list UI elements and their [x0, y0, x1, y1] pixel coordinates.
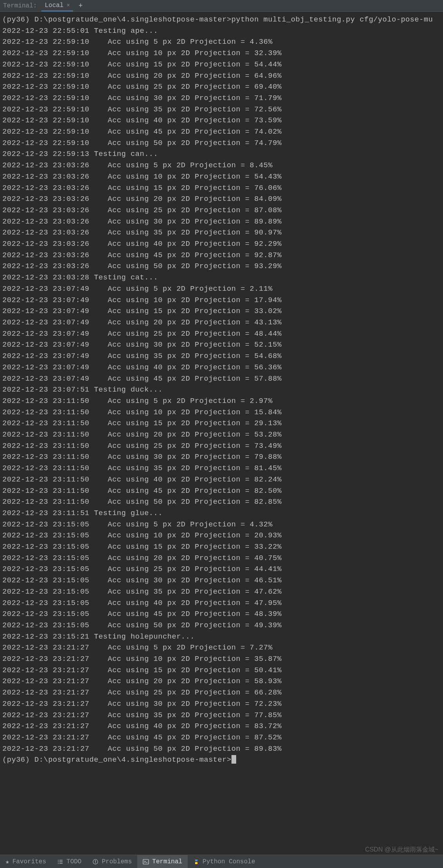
svg-rect-1	[95, 860, 96, 862]
output-line: 2022-12-23 23:15:05 Acc using 25 px 2D P…	[2, 564, 442, 575]
terminal-icon	[143, 859, 149, 865]
output-line: 2022-12-23 22:59:10 Acc using 15 px 2D P…	[2, 59, 442, 70]
output-line: 2022-12-23 23:07:49 Acc using 15 px 2D P…	[2, 306, 442, 317]
tab-python-console[interactable]: Python Console	[188, 855, 260, 868]
output-line: 2022-12-23 23:21:27 Acc using 10 px 2D P…	[2, 653, 442, 665]
output-line: 2022-12-23 23:03:26 Acc using 50 px 2D P…	[2, 261, 442, 272]
output-line: 2022-12-23 23:21:27 Acc using 5 px 2D Pr…	[2, 642, 442, 653]
terminal-tab-local[interactable]: Local ×	[41, 0, 73, 11]
close-icon[interactable]: ×	[66, 2, 70, 9]
output-line: 2022-12-23 23:11:50 Acc using 25 px 2D P…	[2, 440, 442, 452]
output-line: 2022-12-23 23:11:50 Acc using 5 px 2D Pr…	[2, 396, 442, 407]
new-tab-button[interactable]: +	[73, 2, 88, 10]
output-line: 2022-12-23 23:11:50 Acc using 45 px 2D P…	[2, 485, 442, 497]
output-line: 2022-12-23 23:07:49 Acc using 30 px 2D P…	[2, 339, 442, 351]
output-line: 2022-12-23 23:11:50 Acc using 40 px 2D P…	[2, 474, 442, 485]
output-line: 2022-12-23 23:03:28 Testing cat...	[2, 272, 442, 283]
output-line: 2022-12-23 23:03:26 Acc using 15 px 2D P…	[2, 183, 442, 194]
output-line: 2022-12-23 22:59:10 Acc using 50 px 2D P…	[2, 138, 442, 149]
output-line: 2022-12-23 23:07:49 Acc using 40 px 2D P…	[2, 362, 442, 373]
output-line: 2022-12-23 23:07:49 Acc using 35 px 2D P…	[2, 351, 442, 362]
output-line: 2022-12-23 23:15:05 Acc using 45 px 2D P…	[2, 608, 442, 620]
output-line: 2022-12-23 23:21:27 Acc using 40 px 2D P…	[2, 721, 442, 732]
prompt-line[interactable]: (py36) D:\postgratude_one\4.singleshotpo…	[2, 754, 442, 766]
output-line: 2022-12-23 22:59:13 Testing can...	[2, 149, 442, 160]
output-line: 2022-12-23 22:59:10 Acc using 35 px 2D P…	[2, 104, 442, 115]
output-line: 2022-12-23 22:59:10 Acc using 30 px 2D P…	[2, 93, 442, 104]
output-line: 2022-12-23 23:21:27 Acc using 50 px 2D P…	[2, 743, 442, 755]
output-line: 2022-12-23 22:59:10 Acc using 25 px 2D P…	[2, 81, 442, 93]
output-line: 2022-12-23 23:11:50 Acc using 15 px 2D P…	[2, 418, 442, 429]
output-line: 2022-12-23 23:15:05 Acc using 40 px 2D P…	[2, 598, 442, 609]
star-icon: ★	[5, 858, 9, 866]
output-line: 2022-12-23 23:11:50 Acc using 35 px 2D P…	[2, 463, 442, 474]
output-line: 2022-12-23 22:59:10 Acc using 40 px 2D P…	[2, 115, 442, 126]
output-line: 2022-12-23 23:21:27 Acc using 45 px 2D P…	[2, 732, 442, 743]
tab-label: Problems	[102, 858, 132, 865]
output-line: 2022-12-23 22:59:10 Acc using 10 px 2D P…	[2, 48, 442, 59]
svg-rect-2	[95, 863, 96, 863]
output-line: 2022-12-23 23:15:05 Acc using 15 px 2D P…	[2, 541, 442, 553]
output-line: 2022-12-23 23:15:05 Acc using 35 px 2D P…	[2, 586, 442, 598]
tab-label: Local	[45, 2, 63, 9]
output-line: 2022-12-23 23:07:49 Acc using 10 px 2D P…	[2, 295, 442, 306]
output-line: 2022-12-23 23:15:05 Acc using 50 px 2D P…	[2, 620, 442, 631]
bottom-tool-bar: ★ Favorites TODO Problems Terminal Pytho…	[0, 855, 443, 868]
output-line: 2022-12-23 22:59:10 Acc using 5 px 2D Pr…	[2, 36, 442, 48]
tab-label: TODO	[66, 858, 81, 865]
output-line: 2022-12-23 23:03:26 Acc using 20 px 2D P…	[2, 193, 442, 205]
output-line: 2022-12-23 23:15:05 Acc using 30 px 2D P…	[2, 575, 442, 586]
output-line: 2022-12-23 23:03:26 Acc using 25 px 2D P…	[2, 205, 442, 216]
output-line: 2022-12-23 23:11:50 Acc using 10 px 2D P…	[2, 407, 442, 418]
tab-label: Terminal	[152, 858, 182, 865]
terminal-output[interactable]: (py36) D:\postgratude_one\4.singleshotpo…	[0, 12, 443, 766]
watermark: CSDN @从此烟雨落金城~	[365, 846, 438, 854]
output-line: 2022-12-23 23:21:27 Acc using 25 px 2D P…	[2, 687, 442, 698]
output-line: 2022-12-23 23:11:50 Acc using 50 px 2D P…	[2, 496, 442, 508]
output-line: 2022-12-23 23:21:27 Acc using 20 px 2D P…	[2, 676, 442, 687]
output-line: 2022-12-23 23:03:26 Acc using 5 px 2D Pr…	[2, 160, 442, 171]
output-line: 2022-12-23 23:07:49 Acc using 5 px 2D Pr…	[2, 283, 442, 295]
output-line: 2022-12-23 23:15:05 Acc using 10 px 2D P…	[2, 530, 442, 541]
tab-problems[interactable]: Problems	[87, 855, 137, 868]
tab-label: Favorites	[13, 858, 46, 865]
output-line: 2022-12-23 23:21:27 Acc using 15 px 2D P…	[2, 665, 442, 676]
output-line: 2022-12-23 23:15:05 Acc using 5 px 2D Pr…	[2, 519, 442, 530]
output-line: 2022-12-23 23:15:21 Testing holepuncher.…	[2, 631, 442, 642]
output-line: 2022-12-23 22:55:01 Testing ape...	[2, 25, 442, 37]
output-line: 2022-12-23 22:59:10 Acc using 45 px 2D P…	[2, 126, 442, 138]
output-line: 2022-12-23 23:03:26 Acc using 10 px 2D P…	[2, 171, 442, 183]
output-line: 2022-12-23 23:03:26 Acc using 30 px 2D P…	[2, 216, 442, 227]
output-line: 2022-12-23 22:59:10 Acc using 20 px 2D P…	[2, 70, 442, 82]
output-line: 2022-12-23 23:03:26 Acc using 40 px 2D P…	[2, 238, 442, 250]
output-line: 2022-12-23 23:21:27 Acc using 35 px 2D P…	[2, 710, 442, 721]
cursor-icon	[231, 755, 236, 764]
tab-terminal[interactable]: Terminal	[137, 855, 188, 868]
output-line: 2022-12-23 23:07:51 Testing duck...	[2, 384, 442, 396]
warning-icon	[92, 859, 99, 865]
tab-todo[interactable]: TODO	[52, 855, 87, 868]
output-line: 2022-12-23 23:11:50 Acc using 30 px 2D P…	[2, 451, 442, 463]
output-line: 2022-12-23 23:15:05 Acc using 20 px 2D P…	[2, 553, 442, 564]
output-line: 2022-12-23 23:07:49 Acc using 25 px 2D P…	[2, 328, 442, 340]
output-line: 2022-12-23 23:21:27 Acc using 30 px 2D P…	[2, 698, 442, 710]
terminal-top-bar: Terminal: Local × +	[0, 0, 443, 12]
output-line: 2022-12-23 23:11:51 Testing glue...	[2, 508, 442, 519]
output-line: 2022-12-23 23:03:26 Acc using 45 px 2D P…	[2, 250, 442, 261]
output-line: 2022-12-23 23:11:50 Acc using 20 px 2D P…	[2, 429, 442, 440]
output-line: 2022-12-23 23:07:49 Acc using 45 px 2D P…	[2, 373, 442, 385]
terminal-label: Terminal:	[0, 2, 41, 9]
tab-label: Python Console	[203, 858, 255, 865]
output-line: 2022-12-23 23:03:26 Acc using 35 px 2D P…	[2, 227, 442, 238]
tab-favorites[interactable]: ★ Favorites	[0, 855, 52, 868]
output-line: (py36) D:\postgratude_one\4.singleshotpo…	[2, 14, 442, 25]
python-icon	[193, 859, 199, 865]
output-line: 2022-12-23 23:07:49 Acc using 20 px 2D P…	[2, 317, 442, 328]
list-icon	[57, 859, 63, 865]
